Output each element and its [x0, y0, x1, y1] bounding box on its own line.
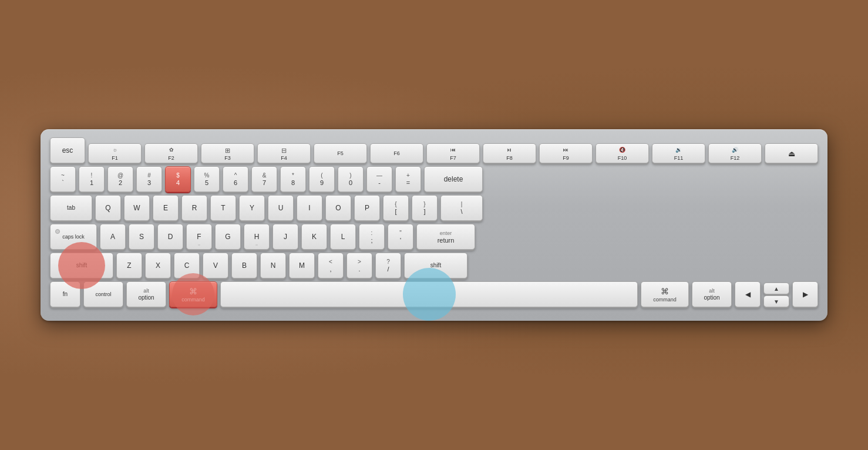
key-f4[interactable]: ⊟ F4: [257, 143, 311, 163]
key-slash[interactable]: ? /: [375, 253, 401, 278]
key-tab[interactable]: tab: [50, 195, 92, 221]
key-6[interactable]: ^ 6: [223, 166, 248, 192]
key-z[interactable]: Z: [116, 253, 142, 278]
key-comma[interactable]: < ,: [318, 253, 344, 278]
key-arrow-down[interactable]: ▼: [763, 295, 789, 307]
key-minus[interactable]: — -: [366, 166, 392, 192]
key-f12[interactable]: 🔊 F12: [708, 143, 762, 163]
key-k[interactable]: K: [301, 224, 327, 250]
key-f2[interactable]: ✿ F2: [144, 143, 198, 163]
key-e[interactable]: E: [153, 195, 179, 221]
keyboard: esc ☼ F1 ✿ F2 ⊞ F3 ⊟ F4 F5 F6 ⏮ F7 ⏯: [41, 129, 827, 321]
key-u[interactable]: U: [268, 195, 294, 221]
number-row: ~ ` ! 1 @ 2 # 3 $ 4: [50, 166, 818, 192]
key-y[interactable]: Y: [239, 195, 265, 221]
bottom-row: fn control alt option ⌘ command: [50, 281, 818, 307]
key-command-left[interactable]: ⌘ command: [169, 281, 217, 307]
arrow-up-down: ▲ ▼: [763, 283, 789, 307]
key-right-bracket[interactable]: } ]: [412, 195, 438, 221]
key-f9[interactable]: ⏭ F9: [539, 143, 593, 163]
key-2[interactable]: @ 2: [107, 166, 133, 192]
key-f8[interactable]: ⏯ F8: [483, 143, 536, 163]
qwerty-row: tab Q W E R T Y U I O P { [ } ] | \: [50, 195, 818, 221]
key-4[interactable]: $ 4: [165, 166, 191, 192]
key-j[interactable]: J: [272, 224, 298, 250]
key-f3[interactable]: ⊞ F3: [201, 143, 254, 163]
key-9[interactable]: ( 9: [309, 166, 335, 192]
key-i[interactable]: I: [297, 195, 322, 221]
key-f7[interactable]: ⏮ F7: [426, 143, 480, 163]
key-semicolon[interactable]: : ;: [359, 224, 385, 250]
key-5[interactable]: % 5: [194, 166, 220, 192]
key-8[interactable]: * 8: [280, 166, 306, 192]
key-p[interactable]: P: [354, 195, 380, 221]
key-arrow-right[interactable]: ▶: [792, 281, 818, 307]
key-backtick[interactable]: ~ `: [50, 166, 76, 192]
key-esc[interactable]: esc: [50, 137, 85, 163]
key-control[interactable]: control: [83, 281, 123, 307]
key-arrow-left[interactable]: ◀: [735, 281, 761, 307]
key-w[interactable]: W: [124, 195, 150, 221]
key-f10[interactable]: 🔇 F10: [596, 143, 649, 163]
key-shift-left[interactable]: shift: [50, 253, 113, 278]
key-v[interactable]: V: [203, 253, 228, 278]
shift-row: shift Z X C V B N M < , > . ? /: [50, 253, 818, 278]
key-return[interactable]: enter return: [416, 224, 475, 250]
key-left-bracket[interactable]: { [: [383, 195, 409, 221]
key-n[interactable]: N: [260, 253, 286, 278]
key-backslash[interactable]: | \: [440, 195, 483, 221]
key-x[interactable]: X: [145, 253, 171, 278]
key-d[interactable]: D: [157, 224, 183, 250]
key-f6[interactable]: F6: [370, 143, 423, 163]
key-spacebar[interactable]: [220, 281, 638, 307]
key-caps-lock[interactable]: caps lock: [50, 224, 97, 250]
key-0[interactable]: ) 0: [338, 166, 364, 192]
key-f[interactable]: F: [186, 224, 212, 250]
key-f1[interactable]: ☼ F1: [88, 143, 142, 163]
key-shift-right[interactable]: shift: [404, 253, 467, 278]
key-quote[interactable]: " ': [388, 224, 413, 250]
key-l[interactable]: L: [330, 224, 356, 250]
key-eject[interactable]: ⏏: [765, 143, 818, 163]
key-t[interactable]: T: [210, 195, 236, 221]
key-command-right[interactable]: ⌘ command: [641, 281, 689, 307]
key-period[interactable]: > .: [346, 253, 372, 278]
key-m[interactable]: M: [289, 253, 315, 278]
key-o[interactable]: O: [325, 195, 351, 221]
key-equals[interactable]: + =: [395, 166, 421, 192]
key-s[interactable]: S: [129, 224, 154, 250]
key-b[interactable]: B: [231, 253, 257, 278]
key-option-right[interactable]: alt option: [692, 281, 732, 307]
key-f11[interactable]: 🔉 F11: [652, 143, 705, 163]
key-3[interactable]: # 3: [136, 166, 162, 192]
key-a[interactable]: A: [100, 224, 126, 250]
home-row: caps lock A S D F G H J K L : ; " ': [50, 224, 818, 250]
key-c[interactable]: C: [174, 253, 200, 278]
key-delete[interactable]: delete: [424, 166, 483, 192]
key-7[interactable]: & 7: [251, 166, 277, 192]
key-fn[interactable]: fn: [50, 281, 80, 307]
key-arrow-up[interactable]: ▲: [763, 283, 789, 294]
function-row: esc ☼ F1 ✿ F2 ⊞ F3 ⊟ F4 F5 F6 ⏮ F7 ⏯: [50, 137, 818, 163]
key-r[interactable]: R: [181, 195, 207, 221]
key-1[interactable]: ! 1: [79, 166, 105, 192]
key-g[interactable]: G: [215, 224, 241, 250]
key-q[interactable]: Q: [95, 195, 121, 221]
key-h[interactable]: H: [244, 224, 270, 250]
key-f5[interactable]: F5: [314, 143, 367, 163]
key-option-left[interactable]: alt option: [126, 281, 166, 307]
